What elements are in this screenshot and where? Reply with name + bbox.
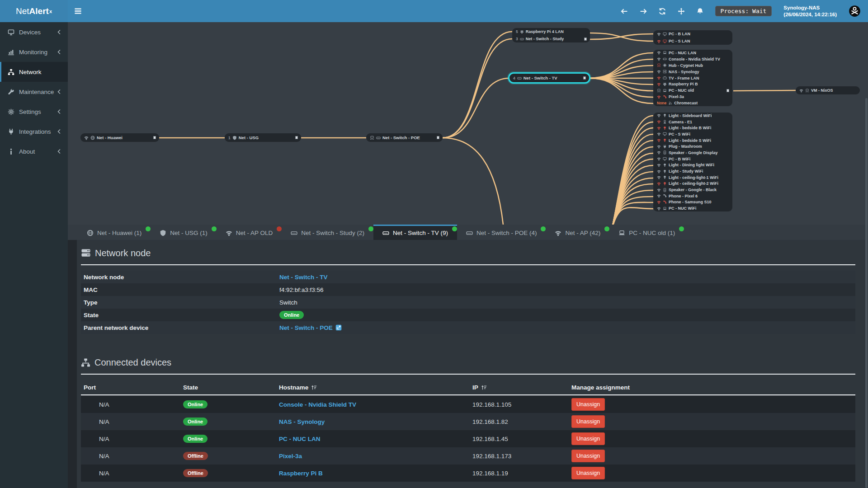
nav-back-icon[interactable] — [621, 8, 628, 15]
device-row[interactable]: TV - Frame LAN — [653, 75, 732, 81]
device-row[interactable]: Pixel-3a — [653, 94, 732, 100]
device-row[interactable]: PC - B LAN — [653, 30, 732, 38]
connected-device-row: N/A Online PC - NUC LAN 192.168.1.45 Una… — [81, 430, 855, 447]
device-row[interactable]: Raspberry Pi B — [653, 81, 732, 87]
tab-net-ap-42[interactable]: Net - AP (42) — [546, 225, 609, 240]
sidebar-item-about[interactable]: About — [0, 141, 68, 161]
device-row[interactable]: PC - B WiFi — [653, 156, 732, 162]
hostname-link[interactable]: NAS - Synology — [279, 418, 325, 425]
eth-icon-glyph — [370, 136, 374, 140]
notifications-bell-icon[interactable] — [697, 8, 703, 14]
tab-net-usg-1[interactable]: Net - USG (1) — [151, 225, 217, 240]
device-row[interactable]: Light - bedside S WiFi — [653, 137, 732, 144]
nav-forward-icon-glyph — [640, 8, 647, 15]
device-row[interactable]: Phone - Pixel 6 — [653, 193, 732, 199]
device-row[interactable]: NoneChromecast — [653, 100, 732, 106]
diagram-node-wifi-devices[interactable]: Light - Sideboard WiFiCamera - E1Light -… — [653, 113, 732, 211]
device-row[interactable]: 4Net - Switch - TV — [509, 74, 589, 82]
device-label: Phone - Samsung S10 — [669, 200, 712, 204]
unassign-button[interactable]: Unassign — [571, 467, 605, 479]
external-link-icon[interactable] — [335, 324, 342, 331]
device-row[interactable]: 3Net - Switch - Study — [512, 35, 590, 42]
device-row[interactable]: Net - Huawei — [80, 133, 159, 142]
switch-icon — [376, 136, 381, 140]
tab-net-huawei-1[interactable]: Net - Huawei (1) — [78, 225, 151, 240]
device-row[interactable]: PC - NUC WiFi — [653, 205, 732, 211]
move-pan-icon[interactable] — [678, 8, 685, 15]
tab-net-switch-poe-4[interactable]: Net - Switch - POE (4) — [457, 225, 546, 240]
bulb-icon — [663, 113, 667, 117]
unassign-button[interactable]: Unassign — [571, 432, 605, 445]
device-row[interactable]: NAS - Synology — [653, 69, 732, 75]
device-row[interactable]: PC - S LAN — [653, 38, 732, 45]
device-row[interactable]: Light - ceiling-light-1 WiFi — [653, 174, 732, 181]
diagram-node-vm-nixos[interactable]: VM - NixOS — [796, 86, 860, 94]
device-row[interactable]: PC - NUC old — [653, 87, 732, 94]
unassign-button[interactable]: Unassign — [571, 450, 605, 462]
port-indicator — [726, 89, 729, 92]
device-row[interactable]: Console - Nvidia Shield TV — [653, 56, 732, 62]
connected-devices-section-title: Connected devices — [81, 356, 855, 369]
device-row[interactable]: Phone - Samsung S10 — [653, 199, 732, 206]
sidebar-item-network[interactable]: Network — [0, 62, 68, 82]
device-row[interactable]: PC - NUC LAN — [653, 50, 732, 56]
user-avatar[interactable] — [849, 5, 861, 17]
monitor-icon-glyph — [663, 157, 667, 161]
tab-label: Net - Switch - POE (4) — [476, 230, 537, 236]
device-row[interactable]: Camera - E1 — [653, 119, 732, 125]
device-row[interactable]: Light - Sideboard WiFi — [653, 113, 732, 119]
diagram-node-study-box[interactable]: 5Raspberry Pi 4 LAN3Net - Switch - Study — [512, 28, 590, 42]
device-row[interactable]: Light - ceiling-light-2 WiFi — [653, 181, 732, 187]
sort-icon[interactable] — [311, 385, 317, 390]
diagram-node-pc-lan-box[interactable]: PC - B LANPC - S LAN — [653, 30, 732, 45]
device-row[interactable]: 5Raspberry Pi 4 LAN — [512, 28, 590, 35]
column-header-state: State — [183, 384, 279, 391]
network-topology-diagram[interactable]: Net - Huawei1Net - USGNet - Switch - POE… — [68, 22, 868, 225]
hostname-link[interactable]: Pixel-3a — [279, 453, 302, 460]
device-row[interactable]: Light - bedside B WiFi — [653, 125, 732, 131]
diagram-node-net-switch-poe[interactable]: Net - Switch - POE — [366, 133, 443, 142]
hostname-link[interactable]: Raspberry Pi B — [279, 470, 323, 477]
refresh-icon[interactable] — [659, 8, 666, 15]
device-row[interactable]: VM - NixOS — [796, 86, 860, 94]
device-row[interactable]: 1Net - USG — [225, 133, 301, 142]
device-row[interactable]: Plug - Washroom — [653, 143, 732, 150]
device-row[interactable]: Light - Dining light WiFi — [653, 162, 732, 169]
sort-icon[interactable] — [481, 385, 487, 390]
device-row[interactable]: Light - Study WiFi — [653, 168, 732, 174]
diagram-node-net-switch-tv[interactable]: 4Net - Switch - TV — [509, 74, 589, 82]
device-row[interactable]: PC - S WiFi — [653, 131, 732, 137]
column-header-hostname[interactable]: Hostname — [279, 384, 472, 391]
node-link[interactable]: Net - Switch - TV — [279, 274, 328, 281]
tab-net-switch-study-2[interactable]: Net - Switch - Study (2) — [282, 225, 373, 240]
parent-node-link[interactable]: Net - Switch - POE — [279, 324, 333, 331]
device-row[interactable]: Speaker - Google - Black — [653, 187, 732, 193]
sidebar-item-integrations[interactable]: Integrations — [0, 122, 68, 141]
diagram-node-tv-devices[interactable]: PC - NUC LANConsole - Nvidia Shield TVHu… — [653, 50, 732, 106]
device-row[interactable]: Speaker - Google Display — [653, 150, 732, 156]
device-row[interactable]: Hub - Cygnet Hub — [653, 62, 732, 69]
column-header-ip[interactable]: IP — [472, 384, 571, 391]
device-label: Camera - E1 — [669, 120, 692, 124]
sidebar-item-devices[interactable]: Devices — [0, 22, 68, 42]
sidebar-item-monitoring[interactable]: Monitoring — [0, 42, 68, 62]
hostname-link[interactable]: Console - Nvidia Shield TV — [279, 401, 356, 408]
tab-pc-nuc-old-1[interactable]: PC - NUC old (1) — [609, 225, 684, 240]
app-logo[interactable]: NetAlertx — [0, 0, 68, 22]
hostname-link[interactable]: PC - NUC LAN — [279, 436, 321, 442]
sidebar-item-settings[interactable]: Settings — [0, 102, 68, 122]
port-indicator — [295, 136, 298, 139]
device-row[interactable]: Net - Switch - POE — [366, 133, 443, 142]
unassign-button[interactable]: Unassign — [571, 415, 605, 428]
diagram-node-net-usg[interactable]: 1Net - USG — [225, 133, 301, 142]
unassign-button[interactable]: Unassign — [571, 398, 605, 411]
nav-forward-icon[interactable] — [640, 8, 647, 15]
diagram-node-net-huawei[interactable]: Net - Huawei — [80, 133, 159, 142]
sidebar-toggle-hamburger-icon[interactable] — [74, 7, 82, 15]
wifi-icon — [657, 70, 661, 74]
chromecast-icon-glyph — [668, 101, 672, 105]
sidebar-item-maintenance[interactable]: Maintenance — [0, 82, 68, 102]
tab-net-ap-old[interactable]: Net - AP OLD — [217, 225, 282, 240]
page-scrollbar[interactable] — [865, 98, 868, 488]
tab-net-switch-tv-9[interactable]: Net - Switch - TV (9) — [373, 225, 457, 240]
